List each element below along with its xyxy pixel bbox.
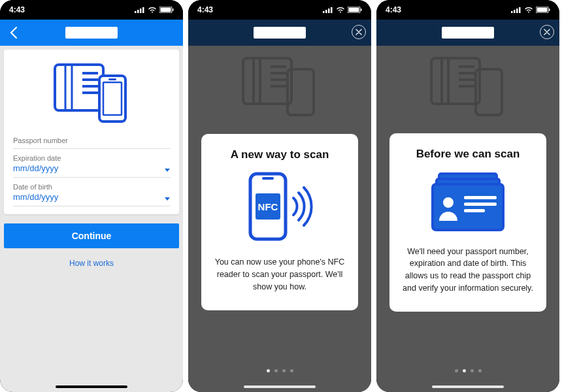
field-value: mm/dd/yyyy xyxy=(13,192,170,202)
field-label: Passport number xyxy=(13,137,170,144)
status-indicators xyxy=(323,7,362,13)
home-indicator[interactable] xyxy=(56,385,127,388)
page-dot xyxy=(471,369,474,372)
chevron-down-icon xyxy=(165,169,170,172)
onboarding-title: A new way to scan xyxy=(213,148,346,161)
onboarding-body: You can now use your phone's NFC reader … xyxy=(213,256,346,293)
screen-onboarding-nfc: 4:43 A new way to scan xyxy=(188,0,371,392)
svg-rect-49 xyxy=(433,184,503,230)
battery-icon xyxy=(348,7,362,13)
signal-icon xyxy=(511,7,521,13)
modal-overlay: Before we can scan xyxy=(376,46,559,392)
svg-rect-16 xyxy=(328,8,330,13)
app-header xyxy=(0,20,183,46)
home-indicator[interactable] xyxy=(432,385,504,388)
close-icon xyxy=(544,29,550,35)
svg-rect-3 xyxy=(142,7,144,13)
close-button[interactable] xyxy=(352,25,366,39)
svg-rect-32 xyxy=(511,11,513,13)
page-indicator xyxy=(376,369,559,372)
nfc-badge-text: NFC xyxy=(258,201,278,212)
status-time: 4:43 xyxy=(197,5,213,14)
battery-icon xyxy=(159,7,174,13)
svg-rect-20 xyxy=(361,8,362,11)
signal-icon xyxy=(323,7,333,13)
app-logo xyxy=(442,27,494,39)
svg-rect-19 xyxy=(349,8,359,12)
status-time: 4:43 xyxy=(386,5,401,14)
onboarding-card: A new way to scan NFC You can xyxy=(201,134,358,310)
app-logo xyxy=(254,27,306,39)
status-indicators xyxy=(511,7,550,13)
close-icon xyxy=(355,29,362,35)
svg-rect-38 xyxy=(549,8,550,11)
field-label: Expiration date xyxy=(13,154,170,162)
form-body: Passport number Expiration date mm/dd/yy… xyxy=(0,46,183,392)
svg-rect-15 xyxy=(325,10,327,13)
close-button[interactable] xyxy=(540,25,554,39)
chevron-down-icon xyxy=(165,197,170,201)
chevron-left-icon xyxy=(10,27,18,39)
signal-icon xyxy=(135,7,145,13)
svg-rect-51 xyxy=(464,196,497,199)
screen-onboarding-requirements: 4:43 Before we can scan xyxy=(376,0,559,392)
svg-rect-13 xyxy=(103,82,122,115)
svg-rect-35 xyxy=(519,7,521,13)
page-dot xyxy=(274,369,278,372)
page-dot xyxy=(267,369,270,372)
svg-rect-37 xyxy=(537,8,548,12)
status-indicators xyxy=(135,7,174,13)
app-header xyxy=(188,20,371,46)
passport-scan-illustration xyxy=(13,55,170,131)
id-card-illustration xyxy=(401,170,535,235)
svg-rect-0 xyxy=(135,11,137,13)
onboarding-card: Before we can scan xyxy=(389,133,546,312)
svg-rect-2 xyxy=(140,8,142,13)
svg-rect-14 xyxy=(323,11,325,13)
continue-button[interactable]: Continue xyxy=(4,223,179,248)
passport-number-field[interactable]: Passport number xyxy=(13,131,170,149)
back-button[interactable] xyxy=(4,20,24,46)
page-dot xyxy=(463,369,466,372)
app-logo xyxy=(65,27,118,39)
onboarding-title: Before we can scan xyxy=(401,148,535,161)
status-bar: 4:43 xyxy=(188,0,371,20)
svg-rect-1 xyxy=(137,10,139,13)
status-bar: 4:43 xyxy=(0,0,183,20)
svg-rect-53 xyxy=(464,209,485,212)
wifi-icon xyxy=(524,7,533,13)
status-time: 4:43 xyxy=(9,5,25,14)
page-dot xyxy=(478,369,482,372)
page-dot xyxy=(455,369,458,372)
wifi-icon xyxy=(148,7,157,13)
svg-rect-33 xyxy=(514,10,516,13)
expiration-date-field[interactable]: Expiration date mm/dd/yyyy xyxy=(13,149,170,178)
svg-rect-34 xyxy=(516,8,518,13)
battery-icon xyxy=(536,7,550,13)
svg-rect-30 xyxy=(262,177,274,180)
wifi-icon xyxy=(336,7,345,13)
app-header xyxy=(376,20,559,46)
nfc-phone-illustration: NFC xyxy=(213,171,346,246)
svg-rect-17 xyxy=(331,7,333,13)
how-it-works-link[interactable]: How it works xyxy=(4,259,179,268)
svg-point-50 xyxy=(443,197,454,208)
modal-overlay: A new way to scan NFC You can xyxy=(188,46,371,392)
background-illustration xyxy=(376,55,559,117)
svg-rect-5 xyxy=(161,8,171,12)
svg-rect-52 xyxy=(464,203,497,206)
field-value: mm/dd/yyyy xyxy=(13,163,170,173)
home-indicator[interactable] xyxy=(244,385,316,388)
svg-rect-6 xyxy=(173,8,174,11)
screen-form: 4:43 xyxy=(0,0,183,392)
field-label: Date of birth xyxy=(13,183,170,191)
date-of-birth-field[interactable]: Date of birth mm/dd/yyyy xyxy=(13,178,170,206)
background-illustration xyxy=(188,55,371,117)
svg-rect-12 xyxy=(108,78,116,80)
page-dot xyxy=(290,369,293,372)
page-dot xyxy=(282,369,286,372)
onboarding-body: We'll need your passport number, expirat… xyxy=(401,246,535,295)
page-indicator xyxy=(188,369,371,372)
form-card: Passport number Expiration date mm/dd/yy… xyxy=(4,50,179,214)
status-bar: 4:43 xyxy=(376,0,559,20)
